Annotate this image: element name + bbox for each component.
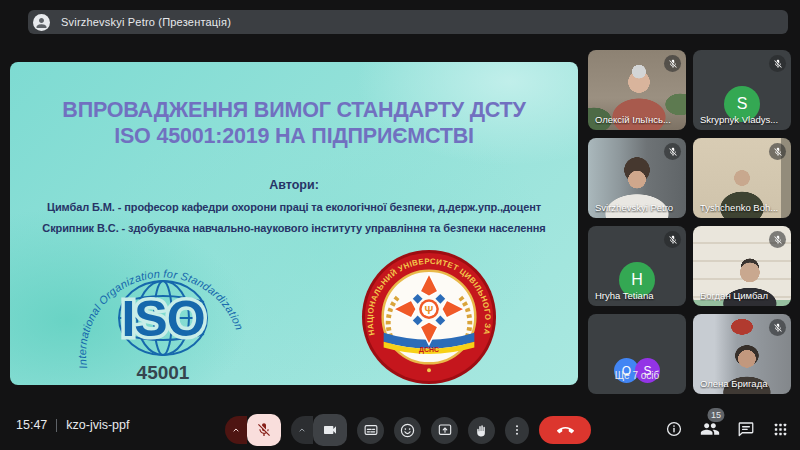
divider [56, 419, 57, 432]
mic-muted-icon [769, 319, 786, 336]
participant-name: Богдан Цимбал [700, 290, 785, 301]
camera-icon [322, 422, 338, 438]
mic-button-group [225, 414, 281, 446]
mic-muted-icon [664, 143, 681, 160]
captions-button[interactable] [357, 417, 384, 444]
mic-muted-icon [769, 143, 786, 160]
author-line: Скрипник В.С. - здобувачка навчально-нау… [10, 222, 578, 234]
participants-count-badge: 15 [707, 408, 724, 422]
participant-name: Hryha Tetiana [595, 290, 680, 301]
reactions-button[interactable] [394, 417, 421, 444]
mic-muted-icon [769, 55, 786, 72]
people-icon [700, 419, 720, 439]
participant-name: Tyshchenko Boh... [700, 202, 785, 213]
end-call-icon [557, 422, 574, 439]
person-icon [33, 14, 50, 31]
participant-tile-overflow[interactable]: O S Ще 7 осіб [588, 314, 686, 394]
mic-muted-icon [769, 231, 786, 248]
chat-icon [737, 420, 755, 438]
participant-tile[interactable]: Tyshchenko Boh... [693, 138, 791, 218]
chat-button[interactable] [737, 420, 755, 442]
mic-options-chevron[interactable] [225, 416, 247, 444]
more-participants-label: Ще 7 осіб [588, 369, 686, 380]
activities-button[interactable] [772, 421, 789, 442]
captions-icon [363, 422, 379, 438]
show-people-button[interactable]: 15 [700, 419, 720, 443]
meeting-info: 15:47 kzo-jvis-ppf [16, 418, 130, 432]
author-line: Цимбал Б.М. - професор кафедри охорони п… [10, 201, 578, 213]
camera-button-group [291, 414, 347, 446]
meeting-code: kzo-jvis-ppf [66, 418, 129, 432]
more-options-icon [510, 423, 524, 437]
participant-tile[interactable]: S Skrypnyk Vladys... [693, 50, 791, 130]
mic-muted-icon [664, 231, 681, 248]
info-icon [665, 420, 683, 438]
shared-presentation: ВПРОВАДЖЕННЯ ВИМОГ СТАНДАРТУ ДСТУ ISO 45… [10, 62, 578, 385]
participant-tile[interactable]: Олена Бригада [693, 314, 791, 394]
participant-tile[interactable]: Олексій Ільїнсь... [588, 50, 686, 130]
participant-name: Svirzhevskyi Petro [595, 202, 680, 213]
svg-text:ISO: ISO [121, 291, 204, 347]
raise-hand-icon [474, 423, 489, 438]
mic-mute-button[interactable] [247, 414, 281, 446]
meeting-details-button[interactable] [665, 420, 683, 442]
end-call-button[interactable] [539, 416, 591, 444]
university-emblem: НАЦІОНАЛЬНИЙ УНІВЕРСИТЕТ ЦИВІЛЬНОГО ЗАХИ… [360, 248, 498, 385]
participant-tile[interactable]: Богдан Цимбал [693, 226, 791, 306]
presenter-name-label: Svirzhevskyi Petro (Презентація) [61, 16, 231, 28]
svg-text:45001: 45001 [137, 362, 190, 383]
participant-tile[interactable]: H Hryha Tetiana [588, 226, 686, 306]
apps-grid-icon [772, 421, 789, 438]
camera-options-chevron[interactable] [291, 416, 313, 444]
participant-name: Олексій Ільїнсь... [595, 114, 680, 125]
participant-name: Олена Бригада [700, 378, 785, 389]
camera-button[interactable] [313, 414, 347, 446]
slide-title: ВПРОВАДЖЕННЯ ВИМОГ СТАНДАРТУ ДСТУ ISO 45… [54, 98, 534, 150]
more-options-button[interactable] [505, 417, 529, 444]
presenter-banner[interactable]: Svirzhevskyi Petro (Презентація) [28, 10, 788, 34]
authors-heading: Автори: [10, 178, 578, 192]
clock-time: 15:47 [16, 418, 47, 432]
svg-text:ДСНС: ДСНС [419, 346, 439, 354]
svg-text:Ψ: Ψ [425, 304, 434, 316]
participant-name: Skrypnyk Vladys... [700, 114, 785, 125]
raise-hand-button[interactable] [468, 417, 495, 444]
present-screen-icon [437, 422, 453, 438]
emoji-icon [399, 422, 416, 439]
iso-45001-logo: International Organization for Standardi… [58, 246, 268, 384]
participants-grid: Олексій Ільїнсь... S Skrypnyk Vladys... … [588, 50, 791, 394]
participant-tile[interactable]: Svirzhevskyi Petro [588, 138, 686, 218]
mic-off-icon [256, 422, 272, 438]
call-control-bar: 15:47 kzo-jvis-ppf [0, 405, 800, 450]
present-screen-button[interactable] [431, 417, 458, 444]
mic-muted-icon [664, 55, 681, 72]
